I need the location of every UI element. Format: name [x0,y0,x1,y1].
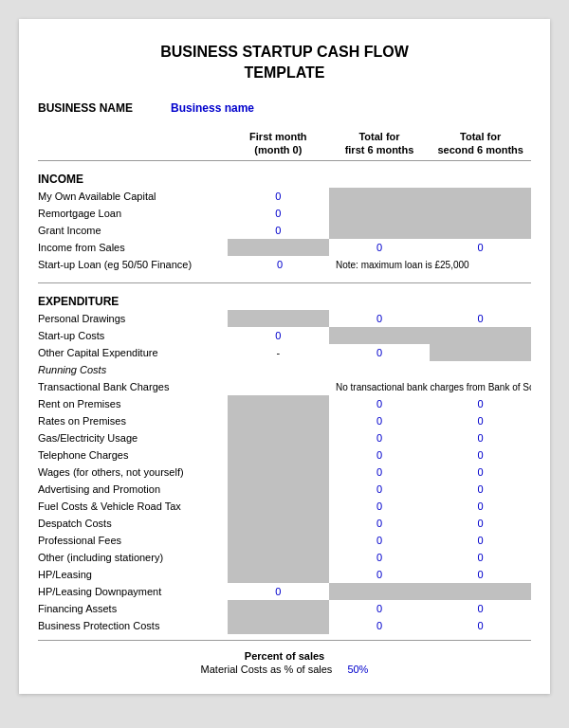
table-row: Other (including stationery)00 [38,549,531,566]
cell-col3[interactable]: 0 [430,429,531,446]
cell-col3[interactable]: 0 [430,515,531,532]
table-row: Despatch Costs00 [38,515,531,532]
row-label: Telephone Charges [38,449,228,461]
table-row: My Own Available Capital0 [38,188,531,205]
table-row: Fuel Costs & Vehicle Road Tax00 [38,498,531,515]
cell-col2[interactable]: 0 [329,498,431,515]
cell-col2 [329,222,431,239]
cell-col2[interactable]: 0 [329,446,431,464]
cell-col1[interactable]: 0 [228,583,329,600]
row-label: Rent on Premises [38,398,228,410]
table-row: Rent on Premises00 [38,395,531,412]
cell-col3[interactable]: 0 [430,412,531,429]
cell-col3[interactable]: 0 [430,498,531,515]
row-label: Professional Fees [38,535,228,546]
cell-col3[interactable]: 0 [430,446,531,464]
cell-col3[interactable]: 0 [430,566,531,583]
cell-col1 [228,361,329,378]
cell-col2[interactable]: 0 [329,549,431,566]
table-row: Start-up Costs0 [38,327,531,344]
cell-col2[interactable]: 0 [329,532,431,549]
table-row: Gas/Electricity Usage00 [38,429,531,446]
note-cell: Note: maximum loan is £25,000 [332,260,531,270]
col-header-1: First month (month 0) [228,130,329,157]
cell-col2[interactable]: 0 [329,412,431,429]
cell-col3[interactable]: 0 [430,481,531,498]
cell-col2[interactable]: 0 [329,600,431,617]
cell-col2[interactable]: 0 [329,464,431,481]
cell-col2 [329,583,431,600]
business-name-value[interactable]: Business name [171,101,254,115]
cell-col1 [228,412,329,429]
row-label: Business Protection Costs [38,620,228,631]
cell-col2[interactable]: 0 [329,395,431,412]
row-label: Remortgage Loan [38,208,228,219]
cell-col1 [228,600,329,617]
cell-col3[interactable]: 0 [430,549,531,566]
table-row: Financing Assets00 [38,600,531,617]
cell-col3 [430,188,531,205]
table-row: Wages (for others, not yourself)00 [38,464,531,481]
table-row: Advertising and Promotion00 [38,481,531,498]
table-row: Income from Sales00 [38,239,531,256]
business-name-row: BUSINESS NAME Business name [38,101,531,115]
cell-col2[interactable]: 0 [329,344,431,361]
cell-col2[interactable]: 0 [329,566,431,583]
cell-col1 [228,515,329,532]
cell-col2[interactable]: 0 [329,429,431,446]
cell-col3 [430,361,531,378]
cell-col1 [228,566,329,583]
cell-col3[interactable]: 0 [430,600,531,617]
cell-col3[interactable]: 0 [430,532,531,549]
table-row: Transactional Bank ChargesNo transaction… [38,378,531,395]
page: BUSINESS STARTUP CASH FLOW TEMPLATE BUSI… [19,19,550,694]
cell-col3 [430,205,531,222]
cell-col3 [430,222,531,239]
cell-col2 [329,361,431,378]
cell-col1 [228,446,329,464]
cell-col2[interactable]: 0 [329,481,431,498]
cell-col3[interactable]: 0 [430,395,531,412]
cell-col3[interactable]: 0 [430,464,531,481]
percent-section-label: Percent of sales [38,650,531,662]
cell-col2[interactable]: 0 [329,515,431,532]
cell-col1[interactable]: 0 [228,222,329,239]
cell-col3[interactable]: 0 [430,310,531,327]
cell-col3[interactable]: 0 [430,617,531,634]
percent-section: Percent of sales Material Costs as % of … [38,650,531,675]
cell-col3 [430,583,531,600]
cell-col1[interactable]: 0 [228,188,329,205]
table-row: Grant Income0 [38,222,531,239]
cell-col1[interactable]: 0 [228,256,332,273]
table-row: Telephone Charges00 [38,446,531,464]
cell-col1[interactable]: 0 [228,327,329,344]
cell-col2 [329,205,431,222]
cell-col2[interactable]: 0 [329,310,431,327]
cell-col2[interactable]: 0 [329,617,431,634]
cell-col1 [228,378,332,395]
cell-col1 [228,481,329,498]
table-row: HP/Leasing Downpayment0 [38,583,531,600]
cell-col1[interactable]: 0 [228,205,329,222]
row-label: Other Capital Expenditure [38,347,228,358]
table-row: HP/Leasing00 [38,566,531,583]
cell-col1 [228,395,329,412]
cell-col1 [228,464,329,481]
row-label: Financing Assets [38,603,228,614]
cell-col1 [228,310,329,327]
page-title: BUSINESS STARTUP CASH FLOW TEMPLATE [38,42,531,84]
cell-col3[interactable]: 0 [430,239,531,256]
cell-col2[interactable]: 0 [329,239,431,256]
row-label: Transactional Bank Charges [38,381,228,392]
table-row: Personal Drawings00 [38,310,531,327]
cell-col1[interactable]: - [228,344,329,361]
cell-col1 [228,429,329,446]
percent-row: Material Costs as % of sales 50% [38,664,531,675]
row-label: Other (including stationery) [38,552,228,563]
table-row: Business Protection Costs00 [38,617,531,634]
percent-value[interactable]: 50% [347,664,368,675]
expenditure-section: Personal Drawings00Start-up Costs0Other … [38,310,531,634]
table-row: Remortgage Loan0 [38,205,531,222]
row-label: Wages (for others, not yourself) [38,466,228,478]
cell-col1 [228,532,329,549]
